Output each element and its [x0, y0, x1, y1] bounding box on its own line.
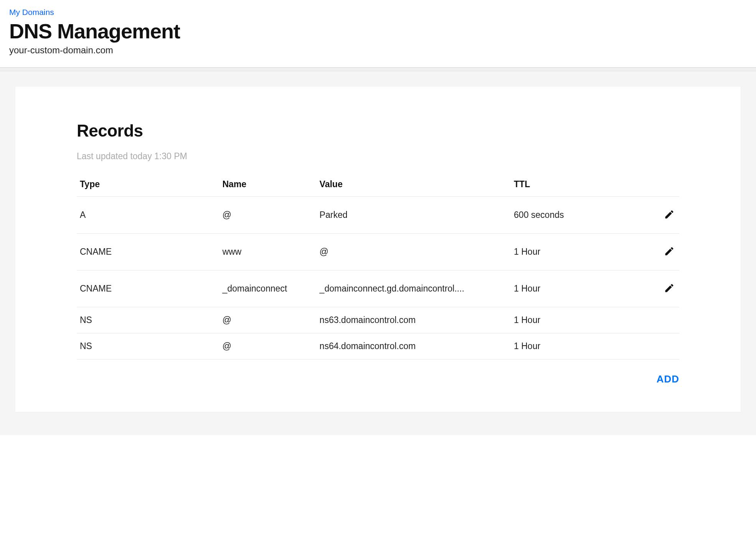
cell-value: ns63.domaincontrol.com	[317, 307, 511, 333]
cell-value: @	[317, 234, 511, 270]
column-header-value: Value	[317, 174, 511, 197]
cell-action	[627, 234, 679, 270]
cell-type: NS	[77, 333, 219, 359]
table-row: NS@ns64.domaincontrol.com1 Hour	[77, 333, 679, 359]
cell-ttl: 1 Hour	[511, 270, 627, 307]
add-record-button[interactable]: ADD	[657, 373, 679, 385]
domain-subtitle: your-custom-domain.com	[9, 45, 747, 56]
column-header-action	[627, 174, 679, 197]
cell-name: @	[219, 307, 316, 333]
table-row: A@Parked600 seconds	[77, 197, 679, 234]
cell-value: Parked	[317, 197, 511, 234]
page-title: DNS Management	[9, 20, 747, 43]
last-updated-text: Last updated today 1:30 PM	[77, 151, 679, 161]
header-section: My Domains DNS Management your-custom-do…	[0, 0, 756, 68]
records-table: Type Name Value TTL A@Parked600 secondsC…	[77, 174, 679, 359]
cell-type: CNAME	[77, 270, 219, 307]
pencil-icon	[664, 283, 675, 295]
column-header-ttl: TTL	[511, 174, 627, 197]
cell-type: CNAME	[77, 234, 219, 270]
table-row: CNAMEwww@1 Hour	[77, 234, 679, 270]
column-header-name: Name	[219, 174, 316, 197]
cell-ttl: 1 Hour	[511, 234, 627, 270]
table-row: NS@ns63.domaincontrol.com1 Hour	[77, 307, 679, 333]
cell-type: A	[77, 197, 219, 234]
cell-action	[627, 333, 679, 359]
pencil-icon	[664, 246, 675, 258]
cell-type: NS	[77, 307, 219, 333]
cell-value: _domainconnect.gd.domaincontrol....	[317, 270, 511, 307]
cell-value: ns64.domaincontrol.com	[317, 333, 511, 359]
records-card: Records Last updated today 1:30 PM Type …	[15, 87, 741, 412]
cell-name: @	[219, 333, 316, 359]
edit-record-button[interactable]	[662, 244, 676, 259]
table-row: CNAME_domainconnect_domainconnect.gd.dom…	[77, 270, 679, 307]
cell-ttl: 600 seconds	[511, 197, 627, 234]
cell-ttl: 1 Hour	[511, 333, 627, 359]
edit-record-button[interactable]	[662, 208, 676, 222]
records-title: Records	[77, 121, 679, 140]
pencil-icon	[664, 209, 675, 221]
column-header-type: Type	[77, 174, 219, 197]
divider	[0, 68, 756, 71]
cell-name: @	[219, 197, 316, 234]
content-area: Records Last updated today 1:30 PM Type …	[0, 71, 756, 435]
cell-name: _domainconnect	[219, 270, 316, 307]
cell-name: www	[219, 234, 316, 270]
cell-action	[627, 270, 679, 307]
edit-record-button[interactable]	[662, 281, 676, 296]
cell-action	[627, 307, 679, 333]
breadcrumb-link[interactable]: My Domains	[9, 8, 54, 17]
cell-ttl: 1 Hour	[511, 307, 627, 333]
cell-action	[627, 197, 679, 234]
